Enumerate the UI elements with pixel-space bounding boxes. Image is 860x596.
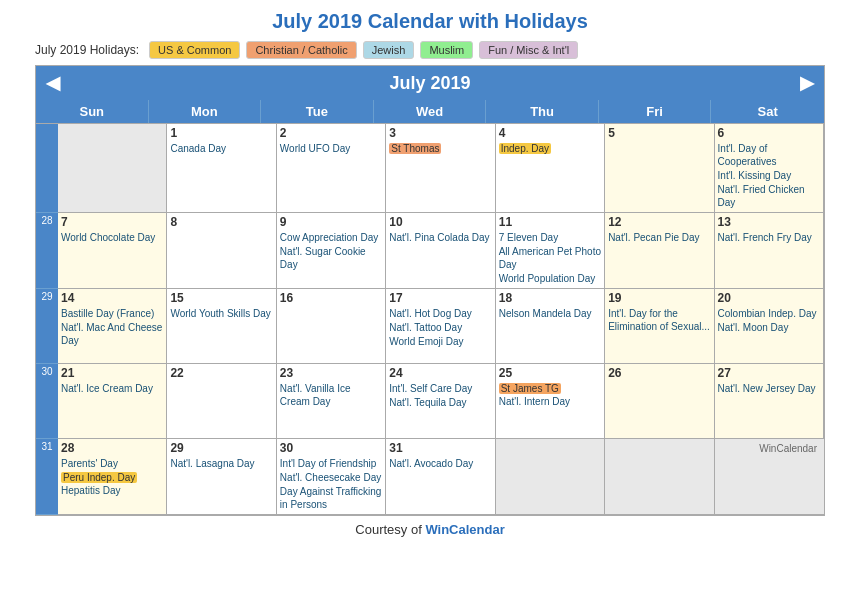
badge-muslim[interactable]: Muslim [420, 41, 473, 59]
cell-jul-14: 14 Bastille Day (France) Nat'l. Mac And … [58, 289, 167, 364]
legend-label: July 2019 Holidays: [35, 43, 139, 57]
cell-jul-19: 19 Int'l. Day for the Elimination of Sex… [605, 289, 714, 364]
cell-jul-24: 24 Int'l. Self Care Day Nat'l. Tequila D… [386, 364, 495, 439]
wincalendar-credit: WinCalendar [718, 441, 821, 456]
cell-empty-thu [496, 439, 605, 515]
cell-jul-25: 25 St James TG Nat'l. Intern Day [496, 364, 605, 439]
cell-jul-15: 15 World Youth Skills Day [167, 289, 276, 364]
cell-jul-8: 8 [167, 213, 276, 289]
cell-jul-1: 1 Canada Day [167, 124, 276, 213]
wincalendar-link[interactable]: WinCalendar [425, 522, 504, 537]
badge-christian[interactable]: Christian / Catholic [246, 41, 356, 59]
cell-jul-2: 2 World UFO Day [277, 124, 386, 213]
cell-jul-11: 11 7 Eleven Day All American Pet Photo D… [496, 213, 605, 289]
badge-us-common[interactable]: US & Common [149, 41, 240, 59]
cell-jul-21: 21 Nat'l. Ice Cream Day [58, 364, 167, 439]
cell-jul-5: 5 [605, 124, 714, 213]
week-num-29: 29 [36, 289, 58, 364]
cell-jul-30: 30 Int'l Day of Friendship Nat'l. Cheese… [277, 439, 386, 515]
badge-fun[interactable]: Fun / Misc & Int'l [479, 41, 578, 59]
day-fri: Fri [599, 100, 712, 123]
cell-jul-27: 27 Nat'l. New Jersey Day [715, 364, 824, 439]
calendar: ◀ July 2019 ▶ Sun Mon Tue Wed Thu Fri Sa… [35, 65, 825, 516]
prev-month-button[interactable]: ◀ [46, 72, 60, 94]
cell-jul-7: 7 World Chocolate Day [58, 213, 167, 289]
cell-jul-29: 29 Nat'l. Lasagna Day [167, 439, 276, 515]
holiday-legend: July 2019 Holidays: US & Common Christia… [35, 41, 825, 59]
cell-jul-6: 6 Int'l. Day of Cooperatives Int'l. Kiss… [715, 124, 824, 213]
week-num-31: 31 [36, 439, 58, 515]
cell-empty-1 [58, 124, 167, 213]
cell-empty-fri [605, 439, 714, 515]
week-num-27 [36, 124, 58, 213]
cell-jul-9: 9 Cow Appreciation Day Nat'l. Sugar Cook… [277, 213, 386, 289]
day-wed: Wed [374, 100, 487, 123]
day-sat: Sat [711, 100, 824, 123]
cell-jul-3: 3 St Thomas [386, 124, 495, 213]
cell-jul-13: 13 Nat'l. French Fry Day [715, 213, 824, 289]
cell-jul-4: 4 Indep. Day [496, 124, 605, 213]
cell-jul-12: 12 Nat'l. Pecan Pie Day [605, 213, 714, 289]
cell-jul-16: 16 [277, 289, 386, 364]
cell-jul-23: 23 Nat'l. Vanilla Ice Cream Day [277, 364, 386, 439]
day-tue: Tue [261, 100, 374, 123]
cell-jul-28: 28 Parents' Day Peru Indep. Day Hepatiti… [58, 439, 167, 515]
month-year-title: July 2019 [389, 73, 470, 94]
day-thu: Thu [486, 100, 599, 123]
calendar-header: ◀ July 2019 ▶ [36, 66, 824, 100]
cell-jul-26: 26 [605, 364, 714, 439]
cell-jul-17: 17 Nat'l. Hot Dog Day Nat'l. Tattoo Day … [386, 289, 495, 364]
cell-jul-18: 18 Nelson Mandela Day [496, 289, 605, 364]
cell-jul-22: 22 [167, 364, 276, 439]
page-title: July 2019 Calendar with Holidays [272, 10, 588, 33]
week-num-28: 28 [36, 213, 58, 289]
cell-jul-31: 31 Nat'l. Avocado Day [386, 439, 495, 515]
next-month-button[interactable]: ▶ [800, 72, 814, 94]
courtesy-text: Courtesy of WinCalendar [355, 522, 504, 537]
calendar-grid: 1 Canada Day 2 World UFO Day 3 St Thomas… [36, 123, 824, 515]
day-mon: Mon [149, 100, 262, 123]
week-num-30: 30 [36, 364, 58, 439]
cell-jul-10: 10 Nat'l. Pina Colada Day [386, 213, 495, 289]
days-header: Sun Mon Tue Wed Thu Fri Sat [36, 100, 824, 123]
badge-jewish[interactable]: Jewish [363, 41, 415, 59]
cell-jul-20: 20 Colombian Indep. Day Nat'l. Moon Day [715, 289, 824, 364]
cell-empty-sat: WinCalendar [715, 439, 824, 515]
day-sun: Sun [36, 100, 149, 123]
